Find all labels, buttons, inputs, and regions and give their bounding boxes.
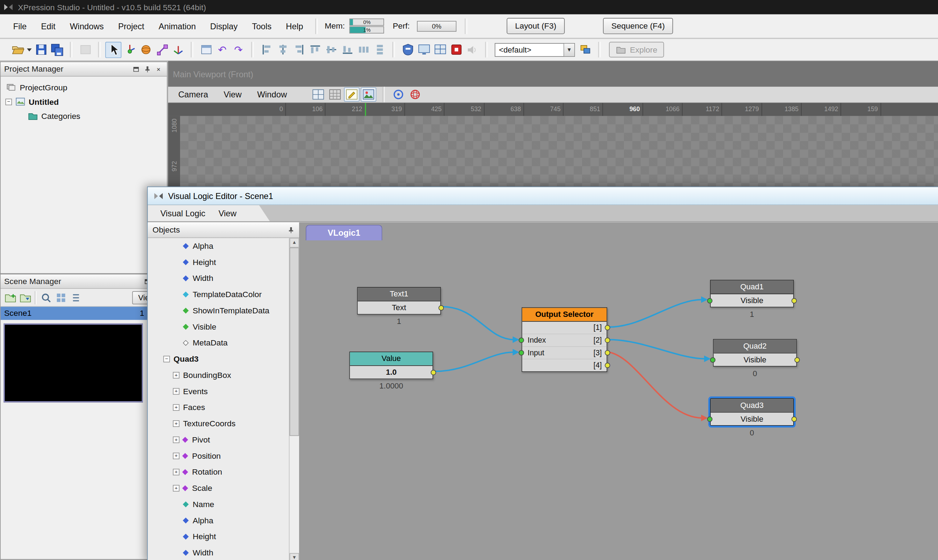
wire[interactable]: [609, 340, 705, 358]
object-inspector-button[interactable]: [198, 42, 214, 58]
object-item-pivot[interactable]: +Pivot: [148, 432, 289, 448]
object-item-showintemplatedata[interactable]: ShowInTemplateData: [148, 302, 289, 318]
select-tool-button[interactable]: [105, 42, 122, 58]
menu-file[interactable]: File: [6, 18, 34, 34]
open-dropdown-button[interactable]: [26, 42, 33, 58]
layout-button[interactable]: Layout (F3): [507, 18, 564, 34]
vlogic-tab[interactable]: VLogic1: [306, 225, 382, 240]
render-preview-button[interactable]: [77, 42, 94, 58]
align-left-button[interactable]: [259, 42, 275, 58]
align-bottom-button[interactable]: [339, 42, 356, 58]
scene-preview[interactable]: [3, 323, 143, 403]
collapse-icon[interactable]: −: [5, 98, 12, 105]
object-item-events[interactable]: +Events: [148, 383, 289, 400]
redo-button[interactable]: ↷: [230, 42, 246, 58]
menu-windows[interactable]: Windows: [63, 18, 111, 34]
input-port[interactable]: [519, 338, 524, 343]
input-port[interactable]: [710, 357, 715, 362]
thumbnail-view-button[interactable]: [53, 290, 68, 305]
output-port[interactable]: [605, 338, 610, 343]
output-port[interactable]: [794, 357, 799, 362]
output-port[interactable]: [439, 305, 444, 310]
project-manager-titlebar[interactable]: Project Manager ×: [1, 62, 167, 77]
input-port[interactable]: [519, 350, 524, 355]
scroll-down-button[interactable]: ▼: [290, 553, 299, 560]
explore-button[interactable]: Explore: [609, 42, 664, 57]
objects-panel-header[interactable]: Objects: [148, 222, 299, 238]
add-scene-group-button[interactable]: [18, 290, 33, 305]
object-item-alpha[interactable]: Alpha: [148, 512, 289, 529]
distribute-horizontal-button[interactable]: [356, 42, 372, 58]
output-port[interactable]: [792, 298, 797, 303]
object-item-scale[interactable]: +Scale: [148, 480, 289, 497]
rotate-tool-button[interactable]: [138, 42, 154, 58]
node-value[interactable]: Value 1.0 1.0000: [350, 351, 433, 379]
input-port[interactable]: [707, 416, 712, 422]
object-item-rotation[interactable]: +Rotation: [148, 464, 289, 480]
undo-button[interactable]: ↶: [214, 42, 231, 58]
node-quad2[interactable]: Quad2 Visible 0: [713, 339, 797, 367]
object-item-texturecoords[interactable]: +TextureCoords: [148, 416, 289, 432]
scroll-up-button[interactable]: ▲: [290, 238, 299, 248]
viewport-menu-view[interactable]: View: [216, 90, 249, 99]
node-output-selector[interactable]: Output Selector [1]Index[2]Input[3][4]: [522, 307, 607, 372]
close-panel-button[interactable]: ×: [154, 65, 163, 74]
reload-profiles-button[interactable]: [577, 42, 593, 58]
wire[interactable]: [435, 352, 514, 371]
object-item-visible[interactable]: Visible: [148, 318, 289, 335]
record-button[interactable]: [448, 42, 464, 58]
edit-mode-button[interactable]: [344, 87, 359, 102]
scene-list-item[interactable]: Scene11: [1, 307, 167, 320]
align-middle-button[interactable]: [323, 42, 339, 58]
viewport-menu-window[interactable]: Window: [249, 90, 294, 99]
object-item-alpha[interactable]: Alpha: [148, 238, 289, 254]
vlogic-canvas[interactable]: VLogic1 Text1 Text 1 Value 1.0 1.0000 Ou…: [300, 222, 938, 560]
menu-help[interactable]: Help: [279, 18, 310, 34]
viewport-layout-button[interactable]: [310, 87, 326, 102]
tree-item-categories[interactable]: Categories: [1, 109, 167, 123]
object-item-height[interactable]: Height: [148, 529, 289, 545]
object-item-width[interactable]: Width: [148, 545, 289, 560]
expand-icon[interactable]: +: [173, 404, 180, 411]
object-item-faces[interactable]: +Faces: [148, 400, 289, 416]
wire[interactable]: [609, 352, 702, 418]
collapse-icon[interactable]: −: [163, 356, 170, 362]
distribute-vertical-button[interactable]: [371, 42, 388, 58]
preview-monitor-button[interactable]: [416, 42, 432, 58]
caret-down-icon[interactable]: ▼: [564, 43, 575, 56]
vle-menu-visual-logic[interactable]: Visual Logic: [154, 209, 212, 218]
add-scene-button[interactable]: [3, 290, 18, 305]
profile-dropdown[interactable]: <default> ▼: [494, 43, 575, 57]
expand-icon[interactable]: +: [173, 437, 180, 443]
sequence-button[interactable]: Sequence (F4): [603, 18, 673, 34]
output-port[interactable]: [605, 363, 610, 368]
wire[interactable]: [609, 300, 702, 327]
objects-scrollbar[interactable]: ▲ ▼: [289, 238, 299, 560]
object-item-metadata[interactable]: MetaData: [148, 335, 289, 351]
object-item-height[interactable]: Height: [148, 254, 289, 270]
align-center-button[interactable]: [275, 42, 291, 58]
object-item-width[interactable]: Width: [148, 270, 289, 286]
save-all-button[interactable]: [49, 42, 65, 58]
menu-project[interactable]: Project: [111, 18, 151, 34]
node-quad3-selected[interactable]: Quad3 Visible 0: [710, 398, 793, 426]
output-port[interactable]: [431, 369, 436, 375]
expand-icon[interactable]: +: [173, 485, 180, 492]
open-button[interactable]: [9, 42, 26, 58]
output-port[interactable]: [792, 416, 797, 422]
tree-item-projectgroup[interactable]: ProjectGroup: [1, 80, 167, 95]
vle-titlebar[interactable]: Visual Logic Editor - Scene1: [148, 187, 938, 205]
horizontal-ruler[interactable]: 0106212319425532638745851960106611721279…: [168, 103, 938, 116]
node-quad1[interactable]: Quad1 Visible 1: [710, 280, 793, 307]
object-item-templatedatacolor[interactable]: TemplateDataColor: [148, 286, 289, 303]
viewport-grid-button[interactable]: [327, 87, 342, 102]
tree-item-untitled[interactable]: − Untitled: [1, 95, 167, 109]
scene-manager-titlebar[interactable]: Scene Manager: [1, 275, 167, 289]
input-port[interactable]: [707, 298, 712, 303]
expand-icon[interactable]: +: [173, 469, 180, 476]
align-top-button[interactable]: [307, 42, 323, 58]
object-item-name[interactable]: Name: [148, 496, 289, 512]
texture-view-button[interactable]: [360, 87, 376, 102]
menu-animation[interactable]: Animation: [151, 18, 203, 34]
viewport-menu-camera[interactable]: Camera: [171, 90, 216, 99]
